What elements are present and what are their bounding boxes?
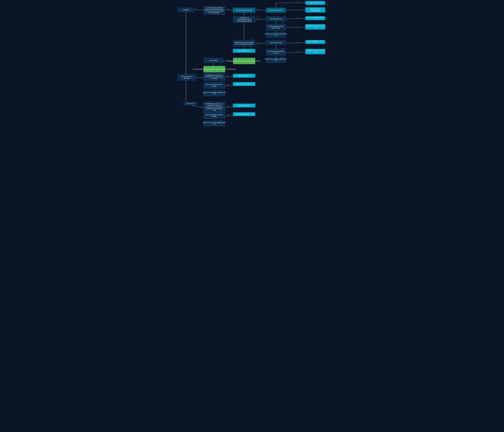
svg-line-13 [255, 19, 266, 20]
is-anticipated-label: (isAnticipated) [187, 103, 194, 104]
lane-keeping-result-node: LANE_KEEPING = 1.0 [306, 1, 325, 5]
no-lcrs3-label: no [220, 120, 221, 122]
choose-lateral-else-label: ChooseLateralActionStateIntensitiesForCo… [228, 60, 261, 62]
intent-right3-node: INTENT_TO_CHANGE_LANES_RIGHT = 1.0 [204, 121, 225, 126]
choose-lateral-while-label: ChooseLateralActionStateIntensitiesForCo… [193, 68, 236, 70]
lane-change-left-safe-node: LaneChangeLeft safe [266, 40, 286, 45]
has-right-lane-node: hasRightLane && LaneChangeWish right && … [233, 16, 255, 23]
lane-changing-right-label: LANE_CHANGING_RIGHT = 1.0 [306, 17, 324, 20]
svg-line-15 [286, 19, 306, 19]
is-anticipated-node: (isAnticipated) [183, 102, 198, 105]
lane-change-right-safe2-label: Lane change right is safe and allowed [205, 84, 224, 87]
intent-change-lanes-left-label: INTENT_TO_CHANGE_LANES_LEFT = 1.0 [265, 58, 287, 62]
no-collision-course-label: Is no collision course detected towards … [205, 7, 224, 14]
lane-changing-right-node: LANE_CHANGING_RIGHT = 1.0 [306, 16, 325, 20]
intent-right2-label: INTENT_TO_CHANGE_LANES_RIGHT = 1.0 [203, 92, 226, 95]
yes-lcls-label: yes [297, 42, 299, 43]
lane-changing-right2-label: LANE_CHANGING_RIGHT = 1.0 [235, 83, 253, 85]
choose-lateral-else-node: ChooseLateralActionStateIntensitiesForCo… [233, 58, 255, 64]
has-left-lane-label: hasLeftLane && LaneChangeWish left && La… [234, 42, 254, 45]
lane-change-left-merge-label: LaneChangeLeft possible due to merging [267, 51, 285, 54]
end-lateral-label: End of lateral movement [269, 9, 283, 11]
no-hasleft-label: no [251, 47, 252, 49]
no-merge-r-label: no [282, 31, 283, 32]
lane-keeping3-label: LANE_KEEPING = 1.0 [238, 75, 250, 77]
lane-change-right-safe3-label: Lane change right is safe and allowed [205, 114, 224, 117]
lane-changing-left-label: LANE_CHANGING_LEFT = 1.0 [306, 40, 324, 44]
has-no-right-lane2-node: hasNoRightLane || Driver is not cooperat… [204, 102, 225, 113]
yes-islk-label: yes [227, 59, 228, 61]
intent-change-lanes-right1-label: INTENT_TO_CHANGE_LANES_RIGHT = 1.0 [264, 33, 287, 37]
yes-merge-l-label: yes [297, 51, 299, 52]
lane-keeping3-node: LANE_KEEPING = 1.0 [233, 74, 255, 78]
no-rcr-label: no [282, 22, 283, 23]
not-high-risk-node: Not high risk and not anticipated [178, 74, 196, 81]
preparing-merge-right-label: PREPARING_TO_MERGE_RIGHT = 1.0 [305, 25, 325, 28]
no-lcrs2-label: no [220, 90, 221, 91]
yes-merge-r-label: yes [297, 26, 299, 27]
svg-line-60 [225, 115, 233, 116]
lane-changing-right3-node: LANE_CHANGING_RIGHT = 1.0 [233, 112, 255, 116]
has-no-right-lane1-label: hasNoRightLane || Left Lane is favorable… [205, 74, 224, 79]
lane-changing-right2-node: LANE_CHANGING_RIGHT = 1.0 [233, 82, 255, 86]
lane-keeping4-node: LANE_KEEPING = 1.0 [233, 103, 255, 107]
no-merge-l-label: no [282, 57, 283, 58]
has-no-right-lane2-label: hasNoRightLane || Driver is not cooperat… [205, 103, 224, 111]
end-lateral-node: End of lateral movement [266, 8, 286, 13]
is-high-risk-node: isHighRisk [178, 8, 194, 12]
lane-change-right-merge-label: LaneChangeRight possible due to merging [267, 26, 285, 29]
is-lane-keeping-label: Is lane keeping [209, 60, 217, 61]
not-high-risk-label: Not high risk and not anticipated [179, 76, 195, 79]
has-left-lane-node: hasLeftLane && LaneChangeWish left && La… [233, 40, 255, 47]
svg-line-9 [286, 10, 306, 10]
lane-keeping2-node: LANE_KEEPING = 1.0 [233, 49, 255, 53]
preparing-merge-left-label: PREPARING_TO_MERGE_LEFT = 1.0 [306, 50, 325, 53]
preparing-merge-right-node: PREPARING_TO_MERGE_RIGHT = 1.0 [306, 24, 325, 29]
no-hasright-label: no [251, 38, 252, 40]
preparing-merge-left-node: PREPARING_TO_MERGE_LEFT = 1.0 [306, 49, 325, 54]
yes-lcl-label: yes [257, 42, 258, 43]
intent-change-lanes-left-node: INTENT_TO_CHANGE_LANES_LEFT = 1.0 [266, 57, 286, 63]
svg-line-43 [196, 77, 204, 78]
svg-line-45 [225, 76, 233, 77]
is-high-risk-label: isHighRisk [183, 9, 189, 11]
no-nhr2-label: no [220, 112, 221, 113]
remain-current-state-label: Remain in current LateralActionState [306, 8, 324, 12]
yes-1-label: yes [196, 8, 198, 10]
remain-lateral-label: Remain in lateral movement [236, 9, 252, 11]
svg-line-49 [225, 85, 233, 86]
svg-line-31 [286, 52, 306, 53]
yes-3-label: yes [257, 8, 258, 10]
lane-change-right-safe-node: LaneChangeRight safe [266, 16, 286, 21]
yes-lk-label: yes [297, 1, 299, 2]
intent-right3-label: INTENT_TO_CHANGE_LANES_RIGHT = 1.0 [203, 122, 226, 125]
no-lcl-label: no [282, 48, 283, 49]
svg-line-25 [255, 43, 266, 44]
is-lane-keeping-node: Is lane keeping [204, 58, 223, 63]
lane-change-right-safe-label: LaneChangeRight safe [269, 18, 282, 20]
lane-keeping2-label: LANE_KEEPING = 1.0 [238, 50, 250, 52]
yes-nhr2-label: yes [227, 105, 228, 106]
has-no-right-lane1-node: hasNoRightLane || Left Lane is favorable… [204, 73, 225, 81]
remain-current-state-node: Remain in current LateralActionState [306, 7, 325, 12]
no-end-label: no [292, 6, 294, 7]
remain-lateral-node: Remain in lateral movement [233, 8, 255, 13]
lane-changing-left-node: LANE_CHANGING_LEFT = 1.0 [306, 40, 325, 44]
no-remain-label: no [251, 15, 252, 16]
has-right-lane-label: hasRightLane && LaneChangeWish right && … [234, 17, 254, 22]
lane-change-right-safe2-node: Lane change right is safe and allowed [204, 82, 225, 89]
lane-change-left-merge-node: LaneChangeLeft possible due to merging [266, 49, 286, 56]
intent-change-lanes-right1-node: INTENT_TO_CHANGE_LANES_RIGHT = 1.0 [266, 32, 286, 38]
yes-nhr-label: yes [227, 75, 228, 76]
no-collision-course-node: Is no collision course detected towards … [204, 6, 225, 15]
lane-change-right-merge-node: LaneChangeRight possible due to merging [266, 24, 286, 30]
intent-right2-node: INTENT_TO_CHANGE_LANES_RIGHT = 1.0 [204, 91, 225, 96]
flowchart-canvas: isHighRisk Is no collision course detect… [176, 0, 328, 135]
no-nhr-label: no [220, 81, 221, 83]
no-highrisk-label: no [186, 69, 188, 70]
yes-lcr-label: yes [297, 17, 299, 18]
lane-keeping-result-label: LANE_KEEPING = 1.0 [309, 2, 322, 4]
lane-change-right-safe3-node: Lane change right is safe and allowed [204, 112, 225, 119]
yes-lcrs2-label: yes [227, 84, 228, 85]
yes-2-label: yes [227, 8, 228, 10]
